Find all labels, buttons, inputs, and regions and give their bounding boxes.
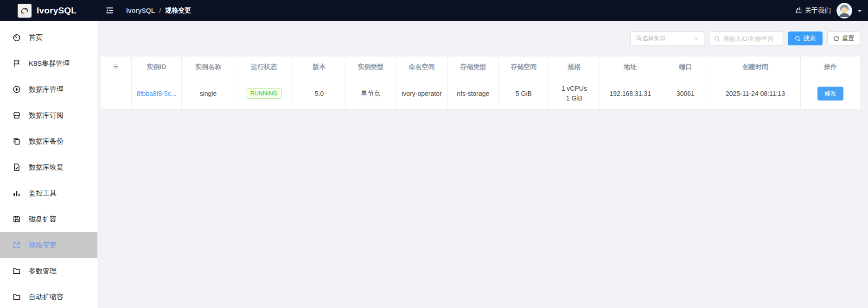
reset-button[interactable]: 重置 — [827, 31, 860, 45]
status-badge: RUNNING — [246, 88, 282, 99]
sidebar-item-home[interactable]: 首页 — [0, 25, 97, 50]
namespace-cell: ivory-operator — [396, 78, 447, 109]
compass-icon — [13, 85, 21, 94]
about-us-link[interactable]: 关于我们 — [795, 6, 831, 15]
copy-icon — [13, 137, 21, 145]
sidebar-item-label: 数据库恢复 — [29, 163, 64, 172]
storage-type-cell: nfs-storage — [447, 78, 498, 109]
folder-icon — [13, 293, 21, 301]
header-address: 地址 — [600, 57, 661, 78]
header-storage-size: 存储空间 — [499, 57, 549, 78]
row-selector-cell — [101, 78, 131, 109]
folder-icon — [13, 267, 21, 275]
sidebar-item-label: K8S集群管理 — [29, 59, 70, 68]
breadcrumb: IvorySQL / 规格变更 — [126, 6, 191, 15]
sidebar-item-k8s-cluster[interactable]: K8S集群管理 — [0, 50, 97, 76]
topbar: IvorySQL IvorySQL / 规格变更 关于我们 — [0, 0, 868, 21]
header-instance-name: 实例名称 — [182, 57, 235, 78]
about-us-label: 关于我们 — [805, 6, 831, 15]
bar-chart-icon — [13, 189, 21, 197]
search-button[interactable]: 搜索 — [788, 31, 823, 45]
header-instance-id: 实例ID — [131, 57, 181, 78]
sidebar-item-parameter-management[interactable]: 参数管理 — [0, 258, 97, 284]
storage-size-cell: 5 GiB — [499, 78, 549, 109]
topbar-right: 关于我们 — [795, 3, 868, 19]
sidebar-item-label: 监控工具 — [29, 189, 57, 198]
sidebar-item-label: 磁盘扩容 — [29, 215, 57, 224]
sidebar-item-label: 数据库备份 — [29, 137, 64, 146]
port-cell: 30061 — [661, 78, 710, 109]
reset-button-label: 重置 — [842, 34, 854, 43]
sidebar-item-label: 参数管理 — [29, 267, 57, 276]
cluster-select-placeholder: 请选择集群 — [636, 34, 666, 43]
sidebar-item-spec-change[interactable]: 规格变更 — [0, 232, 97, 258]
instance-id-link[interactable]: 8fbba8f8-5c... — [137, 90, 177, 97]
breadcrumb-root[interactable]: IvorySQL — [126, 7, 155, 14]
ivorysql-logo-icon — [18, 4, 32, 18]
file-check-icon — [13, 163, 21, 171]
sidebar-item-label: 首页 — [29, 33, 43, 42]
header-namespace: 命名空间 — [396, 57, 447, 78]
sidebar-item-db-restore[interactable]: 数据库恢复 — [0, 154, 97, 180]
list-icon — [112, 63, 119, 70]
spec-cell: 1 vCPUs 1 GiB — [549, 78, 600, 109]
brand-title: IvorySQL — [37, 6, 77, 16]
breadcrumb-current: 规格变更 — [165, 6, 191, 15]
header-created-at: 创建时间 — [710, 57, 801, 78]
instance-name-cell: single — [182, 78, 235, 109]
header-running-status: 运行状态 — [235, 57, 293, 78]
search-icon — [795, 36, 801, 42]
instances-table: 实例ID 实例名称 运行状态 版本 实例类型 命名空间 存储类型 存储空间 规格… — [101, 57, 860, 110]
table-header-row: 实例ID 实例名称 运行状态 版本 实例类型 命名空间 存储类型 存储空间 规格… — [101, 57, 860, 78]
header-spec: 规格 — [549, 57, 600, 78]
sidebar-item-db-subscription[interactable]: 数据库订阅 — [0, 102, 97, 128]
spec-cpu: 1 vCPUs — [549, 84, 600, 94]
sidebar: 首页 K8S集群管理 数据库管理 数据库订阅 — [0, 21, 97, 308]
header-port: 端口 — [661, 57, 710, 78]
dashboard-icon — [13, 33, 21, 42]
address-cell: 192.168.31.31 — [600, 78, 661, 109]
flag-icon — [13, 59, 21, 68]
sidebar-item-auto-scaling[interactable]: 自动扩缩容 — [0, 284, 97, 308]
header-instance-type: 实例类型 — [345, 57, 396, 78]
header-storage-type: 存储类型 — [447, 57, 498, 78]
sidebar-item-label: 自动扩缩容 — [29, 293, 64, 302]
header-actions: 操作 — [800, 57, 860, 78]
user-avatar[interactable] — [836, 3, 852, 19]
spec-memory: 1 GiB — [549, 94, 600, 103]
building-icon — [795, 7, 802, 14]
filter-bar: 请选择集群 搜索 重置 — [630, 31, 860, 45]
chevron-down-icon — [694, 36, 699, 41]
menu-fold-icon[interactable] — [105, 6, 114, 15]
disk-icon — [13, 215, 21, 223]
sidebar-item-disk-expansion[interactable]: 磁盘扩容 — [0, 206, 97, 232]
sidebar-item-monitoring[interactable]: 监控工具 — [0, 180, 97, 206]
version-cell: 5.0 — [293, 78, 345, 109]
header-version: 版本 — [293, 57, 345, 78]
sidebar-item-label: 数据库管理 — [29, 85, 64, 94]
search-field — [709, 31, 783, 45]
sidebar-item-label: 规格变更 — [29, 241, 57, 250]
instance-type-cell: 单节点 — [345, 78, 396, 109]
modify-button[interactable]: 修改 — [817, 87, 843, 101]
chevron-down-icon[interactable] — [858, 10, 862, 14]
cluster-select[interactable]: 请选择集群 — [630, 31, 704, 45]
column-settings-header[interactable] — [101, 57, 131, 78]
shop-icon — [13, 111, 21, 119]
instances-table-card: 实例ID 实例名称 运行状态 版本 实例类型 命名空间 存储类型 存储空间 规格… — [101, 57, 860, 110]
search-button-label: 搜索 — [804, 34, 816, 43]
sidebar-item-db-management[interactable]: 数据库管理 — [0, 76, 97, 102]
brand-area: IvorySQL — [0, 4, 97, 18]
sidebar-item-db-backup[interactable]: 数据库备份 — [0, 128, 97, 154]
external-link-icon — [13, 241, 21, 249]
sidebar-item-label: 数据库订阅 — [29, 111, 64, 120]
created-at-cell: 2025-11-24 08:11:13 — [710, 78, 801, 109]
search-input[interactable] — [723, 35, 778, 42]
table-row: 8fbba8f8-5c... single RUNNING 5.0 单节点 iv… — [101, 78, 860, 109]
reset-icon — [833, 36, 839, 42]
search-icon — [714, 36, 720, 42]
breadcrumb-separator: / — [159, 7, 161, 14]
